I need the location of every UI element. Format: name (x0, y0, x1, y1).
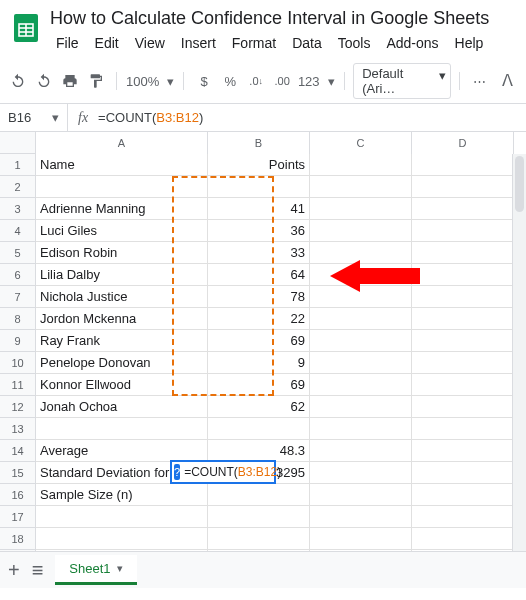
cell-D7[interactable] (412, 286, 514, 308)
undo-button[interactable] (6, 68, 30, 94)
row-header[interactable]: 8 (0, 308, 36, 330)
cell-C8[interactable] (310, 308, 412, 330)
row-header[interactable]: 16 (0, 484, 36, 506)
currency-button[interactable]: $ (192, 68, 216, 94)
toolbar-overflow[interactable]: ⋯ (468, 68, 492, 94)
row-header[interactable]: 15 (0, 462, 36, 484)
cell-D15[interactable] (412, 462, 514, 484)
cell-C6[interactable] (310, 264, 412, 286)
cell-D17[interactable] (412, 506, 514, 528)
cell-C3[interactable] (310, 198, 412, 220)
cell-C4[interactable] (310, 220, 412, 242)
cell-B11[interactable]: 69 (208, 374, 310, 396)
column-header-c[interactable]: C (310, 132, 412, 154)
column-header-b[interactable]: B (208, 132, 310, 154)
cell-A1[interactable]: Name (36, 154, 208, 176)
redo-button[interactable] (32, 68, 56, 94)
cell-A16[interactable]: Sample Size (n) (36, 484, 208, 506)
menu-edit[interactable]: Edit (89, 33, 125, 53)
cell-D13[interactable] (412, 418, 514, 440)
cell-D5[interactable] (412, 242, 514, 264)
decrease-decimal-button[interactable]: .0↓ (244, 68, 268, 94)
menu-addons[interactable]: Add-ons (380, 33, 444, 53)
cell-A2[interactable] (36, 176, 208, 198)
cell-B10[interactable]: 9 (208, 352, 310, 374)
cell-C18[interactable] (310, 528, 412, 550)
cell-B16[interactable] (208, 484, 310, 506)
row-header[interactable]: 10 (0, 352, 36, 374)
cell-A8[interactable]: Jordon Mckenna (36, 308, 208, 330)
name-box[interactable]: B16▾ (0, 104, 68, 131)
row-header[interactable]: 2 (0, 176, 36, 198)
row-header[interactable]: 11 (0, 374, 36, 396)
cell-B8[interactable]: 22 (208, 308, 310, 330)
row-header[interactable]: 13 (0, 418, 36, 440)
cell-B18[interactable] (208, 528, 310, 550)
row-header[interactable]: 12 (0, 396, 36, 418)
cell-C15[interactable] (310, 462, 412, 484)
cell-D3[interactable] (412, 198, 514, 220)
collapse-toolbar-button[interactable]: ᐱ (496, 68, 520, 94)
cell-C7[interactable] (310, 286, 412, 308)
cell-C16[interactable] (310, 484, 412, 506)
cell-A14[interactable]: Average (36, 440, 208, 462)
column-header-a[interactable]: A (36, 132, 208, 154)
add-sheet-button[interactable]: + (8, 559, 20, 582)
formula-bar[interactable]: =COUNT(B3:B12) (98, 110, 526, 125)
menu-insert[interactable]: Insert (175, 33, 222, 53)
cell-A17[interactable] (36, 506, 208, 528)
row-header[interactable]: 7 (0, 286, 36, 308)
document-title[interactable]: How to Calculate Confidence Interval in … (50, 6, 518, 31)
cell-B13[interactable] (208, 418, 310, 440)
sheets-logo[interactable] (8, 10, 44, 46)
cell-C10[interactable] (310, 352, 412, 374)
vertical-scrollbar[interactable] (512, 154, 526, 551)
cell-A18[interactable] (36, 528, 208, 550)
all-sheets-button[interactable]: ≡ (32, 559, 44, 582)
cell-D11[interactable] (412, 374, 514, 396)
cell-A4[interactable]: Luci Giles (36, 220, 208, 242)
cell-D4[interactable] (412, 220, 514, 242)
cell-A9[interactable]: Ray Frank (36, 330, 208, 352)
cell-D14[interactable] (412, 440, 514, 462)
row-header[interactable]: 18 (0, 528, 36, 550)
sheet-tab-sheet1[interactable]: Sheet1▾ (55, 555, 136, 585)
cell-D19[interactable] (412, 550, 514, 552)
cell-B12[interactable]: 62 (208, 396, 310, 418)
zoom-select[interactable]: 100%▾ (125, 68, 175, 94)
cell-B1[interactable]: Points (208, 154, 310, 176)
cell-D2[interactable] (412, 176, 514, 198)
font-select[interactable]: Default (Ari…▾ (353, 63, 451, 99)
cell-B3[interactable]: 41 (208, 198, 310, 220)
cell-B5[interactable]: 33 (208, 242, 310, 264)
cell-B17[interactable] (208, 506, 310, 528)
cell-B14[interactable]: 48.3 (208, 440, 310, 462)
row-header[interactable]: 9 (0, 330, 36, 352)
cell-C13[interactable] (310, 418, 412, 440)
cell-D1[interactable] (412, 154, 514, 176)
cell-B9[interactable]: 69 (208, 330, 310, 352)
scrollbar-thumb[interactable] (515, 156, 524, 212)
percent-button[interactable]: % (218, 68, 242, 94)
row-header[interactable]: 5 (0, 242, 36, 264)
row-header[interactable]: 19 (0, 550, 36, 552)
cell-A19[interactable] (36, 550, 208, 552)
cell-B4[interactable]: 36 (208, 220, 310, 242)
cell-D18[interactable] (412, 528, 514, 550)
cell-C19[interactable] (310, 550, 412, 552)
cell-A7[interactable]: Nichola Justice (36, 286, 208, 308)
row-header[interactable]: 6 (0, 264, 36, 286)
cell-A10[interactable]: Penelope Donovan (36, 352, 208, 374)
cell-A12[interactable]: Jonah Ochoa (36, 396, 208, 418)
menu-format[interactable]: Format (226, 33, 282, 53)
menu-tools[interactable]: Tools (332, 33, 377, 53)
cell-B19[interactable] (208, 550, 310, 552)
select-all-corner[interactable] (0, 132, 36, 154)
increase-decimal-button[interactable]: .00 (270, 68, 294, 94)
row-header[interactable]: 14 (0, 440, 36, 462)
cell-D9[interactable] (412, 330, 514, 352)
menu-data[interactable]: Data (286, 33, 328, 53)
menu-file[interactable]: File (50, 33, 85, 53)
row-header[interactable]: 1 (0, 154, 36, 176)
cell-C2[interactable] (310, 176, 412, 198)
